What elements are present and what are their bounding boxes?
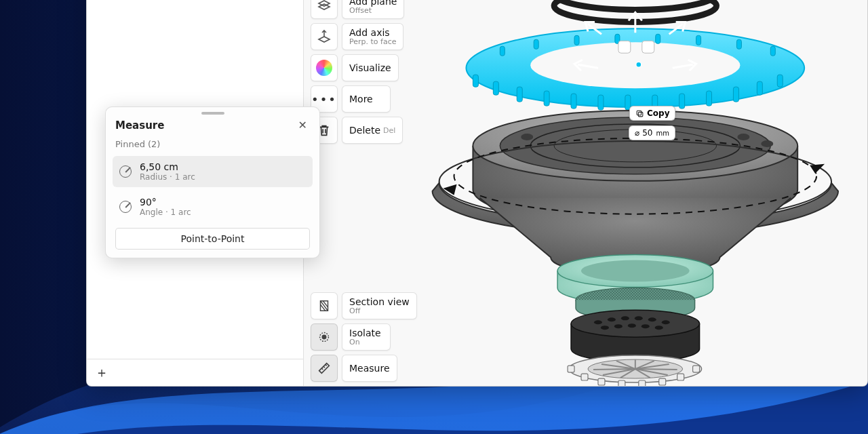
svg-point-50 <box>614 324 623 328</box>
svg-point-27 <box>636 62 642 67</box>
svg-rect-8 <box>517 87 522 102</box>
svg-rect-15 <box>707 91 712 106</box>
svg-point-49 <box>601 326 609 330</box>
pinned-count: Pinned (2) <box>106 139 319 156</box>
svg-rect-68 <box>581 374 588 380</box>
svg-rect-20 <box>534 39 538 49</box>
tool-measure-label: Measure <box>342 355 397 382</box>
visualize-icon <box>311 54 338 81</box>
svg-rect-11 <box>598 95 604 110</box>
axis-icon <box>311 23 338 50</box>
measure-item-angle[interactable]: 90° Angle · 1 arc <box>113 191 313 222</box>
add-button[interactable]: ＋ <box>92 363 111 382</box>
svg-point-44 <box>608 317 616 321</box>
svg-point-48 <box>662 320 670 324</box>
measurement-icon <box>119 201 132 213</box>
svg-point-47 <box>648 317 656 321</box>
tool-add-plane-label: Add plane Offset <box>342 0 404 19</box>
tool-section-view[interactable]: Section view Off <box>311 292 417 319</box>
svg-rect-10 <box>571 94 576 108</box>
close-icon[interactable]: ✕ <box>296 117 310 134</box>
tool-isolate[interactable]: Isolate On <box>311 323 417 351</box>
svg-rect-29 <box>642 41 654 53</box>
point-to-point-button[interactable]: Point-to-Point <box>115 228 310 250</box>
svg-rect-71 <box>639 380 646 386</box>
svg-rect-9 <box>544 91 549 106</box>
svg-rect-67 <box>568 366 574 372</box>
svg-rect-72 <box>659 378 666 385</box>
section-view-icon <box>311 292 338 319</box>
tool-visualize-label: Visualize <box>342 54 399 81</box>
svg-rect-18 <box>777 75 783 87</box>
svg-point-37 <box>761 140 773 147</box>
svg-rect-23 <box>656 34 660 43</box>
tool-add-axis[interactable]: Add axis Perp. to face <box>311 23 404 50</box>
svg-point-45 <box>621 316 629 320</box>
tool-add-axis-label: Add axis Perp. to face <box>342 23 403 50</box>
measurement-icon <box>119 165 132 178</box>
tool-measure[interactable]: Measure <box>311 355 417 382</box>
svg-rect-14 <box>679 94 685 108</box>
svg-rect-70 <box>618 380 625 386</box>
tool-column: Add plane Offset Add axis Perp. to face … <box>311 0 404 144</box>
svg-point-53 <box>655 326 663 330</box>
svg-rect-6 <box>473 75 478 87</box>
svg-rect-73 <box>677 374 684 380</box>
svg-rect-26 <box>770 46 775 56</box>
svg-rect-24 <box>696 35 701 45</box>
svg-point-38 <box>521 134 533 140</box>
measure-item-radius[interactable]: 6,50 cm Radius · 1 arc <box>113 156 313 187</box>
svg-point-76 <box>322 335 326 339</box>
svg-rect-77 <box>638 112 643 117</box>
tool-more-label: More <box>342 85 391 113</box>
sidebar-footer: ＋ <box>87 359 303 386</box>
view-tool-column: Section view Off Isolate On Measure <box>311 292 417 382</box>
svg-rect-21 <box>574 35 579 45</box>
svg-point-46 <box>635 316 643 320</box>
tool-more[interactable]: ••• More <box>311 85 404 113</box>
tool-add-plane[interactable]: Add plane Offset <box>311 0 404 19</box>
svg-rect-7 <box>493 81 498 95</box>
svg-point-36 <box>737 134 749 140</box>
plane-icon <box>311 0 338 19</box>
svg-line-64 <box>593 369 635 370</box>
svg-rect-78 <box>637 111 642 115</box>
svg-point-52 <box>642 324 650 328</box>
svg-point-51 <box>628 323 636 328</box>
plus-icon: ＋ <box>95 363 108 382</box>
svg-rect-69 <box>598 378 605 385</box>
svg-point-5 <box>530 42 740 88</box>
svg-rect-74 <box>693 366 700 372</box>
tool-section-view-label: Section view Off <box>342 292 417 319</box>
svg-rect-25 <box>736 39 741 49</box>
drag-handle[interactable] <box>201 112 224 115</box>
tool-delete-label: DeleteDel <box>342 117 403 144</box>
svg-point-42 <box>571 310 700 337</box>
svg-point-40 <box>581 260 690 281</box>
isolate-icon <box>311 323 338 351</box>
measure-panel-title: Measure <box>115 119 296 132</box>
svg-point-2 <box>554 0 716 9</box>
tool-visualize[interactable]: Visualize <box>311 54 404 81</box>
svg-rect-16 <box>733 87 738 102</box>
tool-isolate-label: Isolate On <box>342 323 391 351</box>
measure-panel: Measure ✕ Pinned (2) 6,50 cm Radius · 1 … <box>105 106 320 258</box>
diameter-badge: ⌀50mm <box>629 125 675 140</box>
svg-rect-28 <box>618 41 631 53</box>
svg-rect-17 <box>757 81 762 95</box>
copy-badge[interactable]: Copy <box>629 106 675 121</box>
svg-rect-19 <box>500 46 505 56</box>
copy-icon <box>635 109 644 118</box>
svg-point-43 <box>594 320 602 324</box>
tool-delete[interactable]: DeleteDel <box>311 117 404 144</box>
measure-icon <box>311 355 338 382</box>
